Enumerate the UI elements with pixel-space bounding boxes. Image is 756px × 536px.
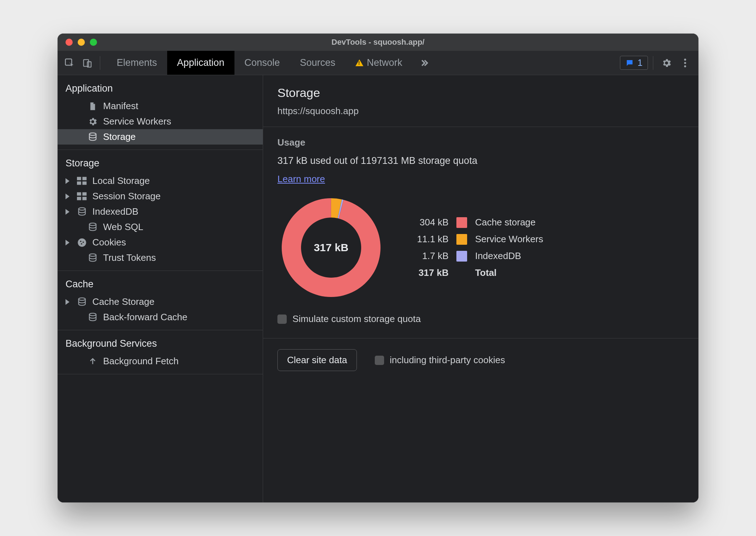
- learn-more-link[interactable]: Learn more: [277, 174, 325, 184]
- sidebar-item-trust-tokens[interactable]: Trust Tokens: [58, 250, 263, 265]
- sidebar-item-label: Cookies: [92, 237, 126, 248]
- tab-network[interactable]: Network: [345, 51, 412, 75]
- storage-origin: https://squoosh.app: [277, 106, 684, 117]
- storage-panel: Storage https://squoosh.app Usage 317 kB…: [263, 75, 698, 502]
- usage-summary: 317 kB used out of 1197131 MB storage qu…: [277, 155, 684, 166]
- storage-header: Storage https://squoosh.app: [263, 75, 698, 127]
- sidebar-item-label: IndexedDB: [92, 206, 139, 217]
- legend-value: 11.1 kB: [417, 234, 449, 245]
- sidebar-item-indexeddb[interactable]: IndexedDB: [58, 204, 263, 219]
- more-options-icon[interactable]: [677, 55, 693, 71]
- sidebar-item-storage[interactable]: Storage: [58, 129, 263, 145]
- sidebar-item-label: Web SQL: [103, 221, 143, 233]
- expand-caret-icon: [66, 194, 69, 199]
- sidebar-item-label: Background Fetch: [103, 356, 179, 367]
- svg-point-5: [684, 65, 686, 67]
- titlebar: DevTools - squoosh.app/: [58, 34, 698, 51]
- page-title: Storage: [277, 86, 684, 100]
- usage-donut-chart: 317 kB: [277, 194, 385, 301]
- sidebar-item-back-forward-cache[interactable]: Back-forward Cache: [58, 310, 263, 325]
- usage-legend: 304 kBCache storage11.1 kBService Worker…: [417, 217, 543, 278]
- tab-label: Sources: [300, 57, 335, 68]
- minimize-window-button[interactable]: [78, 39, 85, 46]
- legend-value: 1.7 kB: [417, 250, 449, 262]
- donut-center-label: 317 kB: [277, 194, 385, 301]
- upload-icon: [87, 356, 98, 367]
- sidebar-item-web-sql[interactable]: Web SQL: [58, 219, 263, 235]
- inspect-element-icon[interactable]: [61, 55, 78, 71]
- legend-total-value: 317 kB: [417, 267, 449, 278]
- usage-heading: Usage: [277, 137, 684, 148]
- legend-swatch: [456, 251, 467, 262]
- svg-point-22: [79, 298, 86, 300]
- sidebar-item-label: Storage: [103, 131, 136, 142]
- sidebar-item-local-storage[interactable]: Local Storage: [58, 173, 263, 189]
- close-window-button[interactable]: [66, 39, 73, 46]
- more-tabs-button[interactable]: [412, 51, 436, 75]
- svg-point-6: [89, 133, 96, 135]
- legend-label: Cache storage: [475, 217, 543, 228]
- svg-rect-8: [82, 177, 87, 180]
- svg-rect-9: [77, 181, 81, 185]
- devtools-window: DevTools - squoosh.app/ ElementsApplicat…: [58, 34, 698, 502]
- zoom-window-button[interactable]: [90, 39, 97, 46]
- main-toolbar: ElementsApplicationConsoleSourcesNetwork…: [58, 51, 698, 75]
- sidebar-item-label: Service Workers: [103, 116, 171, 127]
- usage-section: Usage 317 kB used out of 1197131 MB stor…: [263, 127, 698, 338]
- tab-application[interactable]: Application: [167, 51, 234, 75]
- sidebar-heading-cache: Cache: [58, 277, 263, 294]
- svg-point-20: [81, 243, 82, 244]
- panel-tabs: ElementsApplicationConsoleSourcesNetwork: [107, 51, 412, 75]
- expand-caret-icon: [66, 299, 69, 305]
- legend-label: Service Workers: [475, 234, 543, 245]
- tab-console[interactable]: Console: [234, 51, 290, 75]
- sidebar-item-cache-storage[interactable]: Cache Storage: [58, 294, 263, 310]
- settings-icon[interactable]: [658, 55, 675, 71]
- grid-icon: [77, 191, 87, 202]
- toolbar-left: [58, 51, 107, 75]
- sidebar-item-label: Session Storage: [92, 191, 161, 202]
- sidebar-item-label: Local Storage: [92, 175, 150, 186]
- svg-point-4: [684, 62, 686, 64]
- simulate-quota-checkbox[interactable]: [277, 315, 287, 324]
- svg-point-16: [89, 223, 96, 225]
- tab-sources[interactable]: Sources: [290, 51, 345, 75]
- issues-count: 1: [638, 58, 643, 68]
- sidebar-item-label: Trust Tokens: [103, 252, 156, 263]
- svg-rect-1: [84, 59, 89, 66]
- sidebar-item-cookies[interactable]: Cookies: [58, 235, 263, 250]
- legend-total-label: Total: [475, 267, 543, 278]
- window-title: DevTools - squoosh.app/: [58, 38, 698, 47]
- svg-rect-14: [82, 197, 87, 200]
- sidebar-item-manifest[interactable]: Manifest: [58, 98, 263, 114]
- sidebar-heading-background-services: Background Services: [58, 336, 263, 354]
- svg-rect-12: [82, 192, 87, 195]
- sidebar-heading-application: Application: [58, 81, 263, 98]
- svg-rect-11: [77, 192, 81, 195]
- sidebar-item-label: Back-forward Cache: [103, 312, 188, 323]
- third-party-cookies-label: including third-party cookies: [390, 355, 505, 366]
- tab-label: Application: [177, 57, 224, 68]
- third-party-cookies-checkbox[interactable]: [375, 356, 384, 365]
- file-icon: [87, 101, 98, 112]
- expand-caret-icon: [66, 240, 69, 245]
- tab-label: Network: [367, 57, 402, 68]
- clear-site-data-button[interactable]: Clear site data: [277, 349, 357, 371]
- tab-label: Console: [244, 57, 280, 68]
- svg-point-23: [89, 313, 96, 316]
- sidebar-item-background-fetch[interactable]: Background Fetch: [58, 354, 263, 369]
- warning-icon: [355, 59, 363, 66]
- tab-label: Elements: [117, 57, 157, 68]
- legend-label: IndexedDB: [475, 250, 543, 262]
- simulate-quota-label: Simulate custom storage quota: [292, 313, 421, 325]
- sidebar-item-session-storage[interactable]: Session Storage: [58, 189, 263, 204]
- sidebar-item-service-workers[interactable]: Service Workers: [58, 114, 263, 129]
- db-icon: [77, 206, 87, 217]
- grid-icon: [77, 176, 87, 186]
- svg-point-21: [89, 254, 96, 256]
- svg-point-17: [78, 238, 86, 247]
- db-icon: [87, 222, 98, 233]
- issues-badge[interactable]: 1: [620, 56, 648, 70]
- device-toolbar-icon[interactable]: [79, 55, 96, 71]
- tab-elements[interactable]: Elements: [107, 51, 167, 75]
